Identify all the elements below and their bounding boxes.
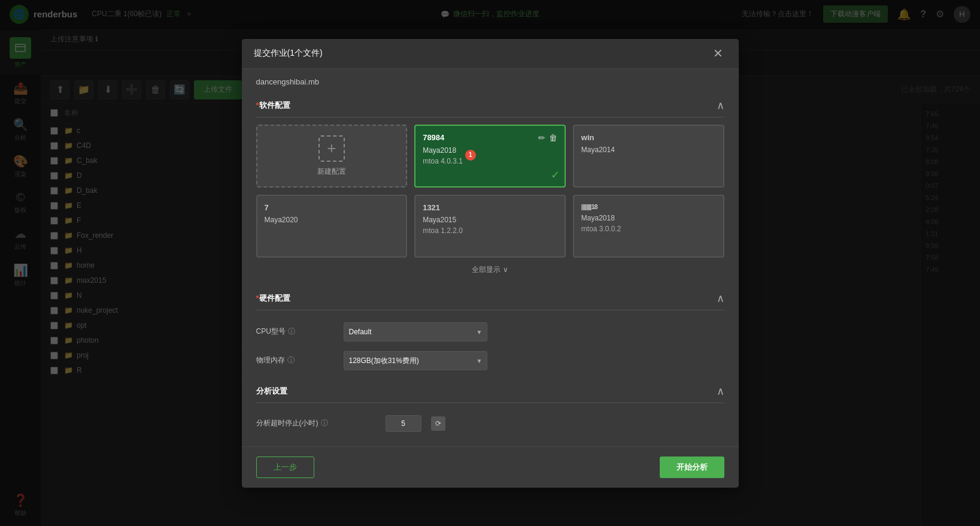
timeout-input[interactable] xyxy=(386,415,421,432)
config-card-1321[interactable]: 1321 Maya2015 mtoa 1.2.2.0 xyxy=(414,195,566,258)
filename-display: dancengshibai.mb xyxy=(256,77,320,86)
config-card-win[interactable]: win Maya2014 xyxy=(573,125,724,188)
config-delete-btn-78984[interactable]: 🗑 xyxy=(549,133,557,143)
plus-icon: + xyxy=(318,135,345,162)
config-cards-grid: + 新建配置 78984 ✏ 🗑 xyxy=(256,125,724,258)
memory-info-icon[interactable]: ⓘ xyxy=(287,355,295,365)
analysis-section-header: 分析设置 ∧ xyxy=(256,380,724,403)
timeout-config-row: 分析超时停止(小时) ⓘ ⟳ xyxy=(256,410,724,437)
timeout-info-icon[interactable]: ⓘ xyxy=(321,418,328,428)
app-container: 🌀 renderbus CPU二乘 1(60帧已读) 正常 ▼ 💬 微信扫一扫，… xyxy=(0,0,980,526)
memory-select-wrapper: 64GB 128GB(加收31%费用) 256GB ▼ xyxy=(344,351,487,370)
config-card-7[interactable]: 7 Maya2020 xyxy=(256,195,408,258)
config-id-78984: 78984 xyxy=(423,133,444,142)
filename-area: dancengshibai.mb xyxy=(256,69,724,89)
software-section-toggle[interactable]: ∧ xyxy=(717,99,724,112)
config-plugin-18: mtoa 3.0.0.2 xyxy=(581,225,716,233)
software-config-section: *软件配置 ∧ + 新建配置 xyxy=(256,94,724,282)
submit-dialog: 提交作业(1个文件) ✕ dancengshibai.mb *软件配置 ∧ xyxy=(242,39,739,488)
new-config-card[interactable]: + 新建配置 xyxy=(256,125,408,188)
config-id-7: 7 xyxy=(265,203,399,212)
plugin-badge-78984: 1 xyxy=(465,150,476,161)
timeout-reset-btn[interactable]: ⟳ xyxy=(431,416,445,431)
dialog-footer: 上一步 开始分析 xyxy=(242,446,739,488)
dialog-title: 提交作业(1个文件) xyxy=(254,48,710,59)
back-btn[interactable]: 上一步 xyxy=(256,457,314,478)
analysis-section-toggle[interactable]: ∧ xyxy=(717,385,724,398)
hardware-config-section: *硬件配置 ∧ CPU型号 ⓘ Default Int xyxy=(256,287,724,375)
memory-select[interactable]: 64GB 128GB(加收31%费用) 256GB xyxy=(344,351,487,370)
show-all-chevron: ∨ xyxy=(503,265,508,274)
timeout-label: 分析超时停止(小时) ⓘ xyxy=(256,418,376,428)
config-software-1321: Maya2015 xyxy=(423,216,557,224)
config-software-78984: Maya2018 xyxy=(423,146,463,155)
hardware-section-toggle[interactable]: ∧ xyxy=(717,292,724,305)
config-card-78984[interactable]: 78984 ✏ 🗑 Maya2018 mtoa 4.0.3.1 xyxy=(414,125,566,188)
cpu-select[interactable]: Default Intel Xeon E5 Intel Xeon Gold xyxy=(344,322,487,341)
memory-label: 物理内存 ⓘ xyxy=(256,355,334,365)
start-analysis-btn[interactable]: 开始分析 xyxy=(660,457,724,478)
config-software-18: Maya2018 xyxy=(581,214,716,222)
dialog-body: dancengshibai.mb *软件配置 ∧ + xyxy=(242,69,739,446)
hardware-section-title: *硬件配置 xyxy=(256,293,290,304)
cpu-select-wrapper: Default Intel Xeon E5 Intel Xeon Gold ▼ xyxy=(344,322,487,341)
cpu-config-row: CPU型号 ⓘ Default Intel Xeon E5 Intel Xeon… xyxy=(256,318,724,346)
config-plugin-78984: mtoa 4.0.3.1 xyxy=(423,157,463,165)
modal-overlay: 提交作业(1个文件) ✕ dancengshibai.mb *软件配置 ∧ xyxy=(0,0,980,526)
analysis-settings-section: 分析设置 ∧ 分析超时停止(小时) ⓘ ⟳ xyxy=(256,380,724,437)
config-software-win: Maya2014 xyxy=(581,146,716,154)
config-software-7: Maya2020 xyxy=(265,216,399,224)
dialog-header: 提交作业(1个文件) ✕ xyxy=(242,39,739,69)
config-edit-btn-78984[interactable]: ✏ xyxy=(538,133,545,143)
config-id-win: win xyxy=(581,133,716,142)
analysis-section-title: 分析设置 xyxy=(256,386,287,397)
cpu-info-icon[interactable]: ⓘ xyxy=(288,327,295,337)
dialog-close-btn[interactable]: ✕ xyxy=(710,45,727,62)
config-id-18: ||||||||18 xyxy=(581,203,716,210)
new-config-label: 新建配置 xyxy=(317,167,346,177)
software-section-header: *软件配置 ∧ xyxy=(256,94,724,117)
show-all-btn[interactable]: 全部显示 ∨ xyxy=(256,258,724,282)
software-section-title: *软件配置 xyxy=(256,100,290,111)
hardware-section-header: *硬件配置 ∧ xyxy=(256,287,724,310)
config-plugin-1321: mtoa 1.2.2.0 xyxy=(423,226,557,235)
config-card-18[interactable]: ||||||||18 Maya2018 mtoa 3.0.0.2 xyxy=(573,195,724,258)
active-checkmark-78984: ✓ xyxy=(551,168,560,182)
cpu-label: CPU型号 ⓘ xyxy=(256,327,334,337)
config-id-1321: 1321 xyxy=(423,203,557,212)
memory-config-row: 物理内存 ⓘ 64GB 128GB(加收31%费用) 256GB ▼ xyxy=(256,346,724,375)
